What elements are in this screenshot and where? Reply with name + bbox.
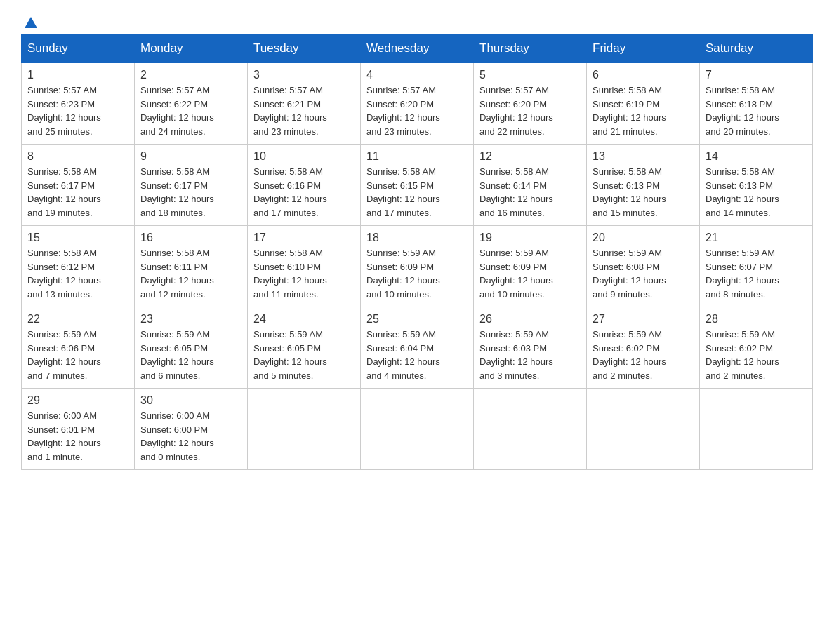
- day-info: Sunrise: 5:57 AMSunset: 6:21 PMDaylight:…: [253, 85, 327, 137]
- calendar-cell: 25 Sunrise: 5:59 AMSunset: 6:04 PMDaylig…: [361, 307, 474, 389]
- day-info: Sunrise: 5:58 AMSunset: 6:17 PMDaylight:…: [27, 166, 101, 218]
- day-info: Sunrise: 6:00 AMSunset: 6:01 PMDaylight:…: [27, 410, 101, 462]
- calendar-week-5: 29 Sunrise: 6:00 AMSunset: 6:01 PMDaylig…: [22, 389, 813, 470]
- calendar-table: SundayMondayTuesdayWednesdayThursdayFrid…: [21, 34, 813, 470]
- day-number: 30: [140, 394, 241, 407]
- day-info: Sunrise: 5:58 AMSunset: 6:13 PMDaylight:…: [706, 166, 779, 218]
- header-sunday: Sunday: [22, 34, 135, 63]
- calendar-cell: 4 Sunrise: 5:57 AMSunset: 6:20 PMDayligh…: [361, 63, 474, 145]
- svg-marker-0: [25, 17, 37, 28]
- calendar-week-2: 8 Sunrise: 5:58 AMSunset: 6:17 PMDayligh…: [22, 145, 813, 226]
- day-number: 2: [140, 69, 241, 81]
- day-info: Sunrise: 5:59 AMSunset: 6:05 PMDaylight:…: [253, 329, 327, 381]
- day-number: 4: [366, 69, 468, 81]
- day-number: 16: [140, 232, 241, 244]
- day-info: Sunrise: 5:59 AMSunset: 6:09 PMDaylight:…: [366, 248, 440, 300]
- calendar-week-3: 15 Sunrise: 5:58 AMSunset: 6:12 PMDaylig…: [22, 226, 813, 307]
- calendar-cell: [248, 389, 361, 470]
- calendar-cell: 7 Sunrise: 5:58 AMSunset: 6:18 PMDayligh…: [700, 63, 813, 145]
- day-number: 12: [479, 150, 581, 163]
- day-number: 25: [366, 313, 468, 326]
- calendar-cell: 8 Sunrise: 5:58 AMSunset: 6:17 PMDayligh…: [22, 145, 135, 226]
- day-info: Sunrise: 5:59 AMSunset: 6:06 PMDaylight:…: [27, 329, 101, 381]
- calendar-week-4: 22 Sunrise: 5:59 AMSunset: 6:06 PMDaylig…: [22, 307, 813, 389]
- calendar-cell: [361, 389, 474, 470]
- day-info: Sunrise: 5:59 AMSunset: 6:04 PMDaylight:…: [366, 329, 440, 381]
- calendar-cell: 22 Sunrise: 5:59 AMSunset: 6:06 PMDaylig…: [22, 307, 135, 389]
- day-number: 9: [140, 150, 241, 163]
- calendar-cell: 27 Sunrise: 5:59 AMSunset: 6:02 PMDaylig…: [587, 307, 700, 389]
- day-number: 13: [593, 150, 694, 163]
- day-info: Sunrise: 5:58 AMSunset: 6:14 PMDaylight:…: [479, 166, 553, 218]
- day-number: 5: [479, 69, 581, 81]
- logo-triangle-icon: [23, 15, 39, 31]
- day-number: 14: [706, 150, 807, 163]
- page-header: [21, 14, 813, 27]
- day-info: Sunrise: 5:58 AMSunset: 6:11 PMDaylight:…: [140, 248, 214, 300]
- header-monday: Monday: [135, 34, 248, 63]
- day-info: Sunrise: 5:57 AMSunset: 6:20 PMDaylight:…: [479, 85, 553, 137]
- day-info: Sunrise: 5:59 AMSunset: 6:07 PMDaylight:…: [706, 248, 779, 300]
- day-info: Sunrise: 5:59 AMSunset: 6:02 PMDaylight:…: [706, 329, 779, 381]
- header-wednesday: Wednesday: [361, 34, 474, 63]
- header-tuesday: Tuesday: [248, 34, 361, 63]
- calendar-cell: 18 Sunrise: 5:59 AMSunset: 6:09 PMDaylig…: [361, 226, 474, 307]
- calendar-cell: 20 Sunrise: 5:59 AMSunset: 6:08 PMDaylig…: [587, 226, 700, 307]
- day-number: 17: [253, 232, 355, 244]
- calendar-cell: 16 Sunrise: 5:58 AMSunset: 6:11 PMDaylig…: [135, 226, 248, 307]
- day-info: Sunrise: 5:58 AMSunset: 6:13 PMDaylight:…: [593, 166, 666, 218]
- day-info: Sunrise: 5:58 AMSunset: 6:15 PMDaylight:…: [366, 166, 440, 218]
- header-friday: Friday: [587, 34, 700, 63]
- calendar-cell: 13 Sunrise: 5:58 AMSunset: 6:13 PMDaylig…: [587, 145, 700, 226]
- calendar-cell: 15 Sunrise: 5:58 AMSunset: 6:12 PMDaylig…: [22, 226, 135, 307]
- calendar-cell: 21 Sunrise: 5:59 AMSunset: 6:07 PMDaylig…: [700, 226, 813, 307]
- header-saturday: Saturday: [700, 34, 813, 63]
- day-number: 10: [253, 150, 355, 163]
- day-info: Sunrise: 5:57 AMSunset: 6:20 PMDaylight:…: [366, 85, 440, 137]
- calendar-cell: [474, 389, 587, 470]
- calendar-cell: 9 Sunrise: 5:58 AMSunset: 6:17 PMDayligh…: [135, 145, 248, 226]
- calendar-cell: 19 Sunrise: 5:59 AMSunset: 6:09 PMDaylig…: [474, 226, 587, 307]
- day-info: Sunrise: 5:58 AMSunset: 6:17 PMDaylight:…: [140, 166, 214, 218]
- calendar-cell: 10 Sunrise: 5:58 AMSunset: 6:16 PMDaylig…: [248, 145, 361, 226]
- day-info: Sunrise: 5:59 AMSunset: 6:05 PMDaylight:…: [140, 329, 214, 381]
- calendar-cell: 26 Sunrise: 5:59 AMSunset: 6:03 PMDaylig…: [474, 307, 587, 389]
- calendar-cell: 24 Sunrise: 5:59 AMSunset: 6:05 PMDaylig…: [248, 307, 361, 389]
- day-number: 22: [27, 313, 128, 326]
- calendar-cell: 28 Sunrise: 5:59 AMSunset: 6:02 PMDaylig…: [700, 307, 813, 389]
- day-info: Sunrise: 5:58 AMSunset: 6:16 PMDaylight:…: [253, 166, 327, 218]
- calendar-cell: 3 Sunrise: 5:57 AMSunset: 6:21 PMDayligh…: [248, 63, 361, 145]
- day-info: Sunrise: 5:58 AMSunset: 6:10 PMDaylight:…: [253, 248, 327, 300]
- calendar-cell: 17 Sunrise: 5:58 AMSunset: 6:10 PMDaylig…: [248, 226, 361, 307]
- calendar-cell: 2 Sunrise: 5:57 AMSunset: 6:22 PMDayligh…: [135, 63, 248, 145]
- calendar-cell: [700, 389, 813, 470]
- header-thursday: Thursday: [474, 34, 587, 63]
- day-number: 11: [366, 150, 468, 163]
- calendar-cell: 30 Sunrise: 6:00 AMSunset: 6:00 PMDaylig…: [135, 389, 248, 470]
- day-number: 15: [27, 232, 128, 244]
- calendar-cell: 1 Sunrise: 5:57 AMSunset: 6:23 PMDayligh…: [22, 63, 135, 145]
- day-number: 28: [706, 313, 807, 326]
- calendar-cell: 23 Sunrise: 5:59 AMSunset: 6:05 PMDaylig…: [135, 307, 248, 389]
- day-info: Sunrise: 5:59 AMSunset: 6:02 PMDaylight:…: [593, 329, 666, 381]
- calendar-cell: 14 Sunrise: 5:58 AMSunset: 6:13 PMDaylig…: [700, 145, 813, 226]
- calendar-header-row: SundayMondayTuesdayWednesdayThursdayFrid…: [22, 34, 813, 63]
- day-number: 24: [253, 313, 355, 326]
- day-info: Sunrise: 5:59 AMSunset: 6:03 PMDaylight:…: [479, 329, 553, 381]
- day-number: 19: [479, 232, 581, 244]
- calendar-cell: 5 Sunrise: 5:57 AMSunset: 6:20 PMDayligh…: [474, 63, 587, 145]
- day-info: Sunrise: 5:59 AMSunset: 6:09 PMDaylight:…: [479, 248, 553, 300]
- day-number: 27: [593, 313, 694, 326]
- day-number: 20: [593, 232, 694, 244]
- day-info: Sunrise: 6:00 AMSunset: 6:00 PMDaylight:…: [140, 410, 214, 462]
- day-number: 18: [366, 232, 468, 244]
- day-number: 26: [479, 313, 581, 326]
- day-number: 6: [593, 69, 694, 81]
- day-number: 7: [706, 69, 807, 81]
- day-number: 21: [706, 232, 807, 244]
- calendar-cell: 29 Sunrise: 6:00 AMSunset: 6:01 PMDaylig…: [22, 389, 135, 470]
- logo: [21, 14, 39, 27]
- day-info: Sunrise: 5:59 AMSunset: 6:08 PMDaylight:…: [593, 248, 666, 300]
- calendar-cell: 12 Sunrise: 5:58 AMSunset: 6:14 PMDaylig…: [474, 145, 587, 226]
- day-number: 8: [27, 150, 128, 163]
